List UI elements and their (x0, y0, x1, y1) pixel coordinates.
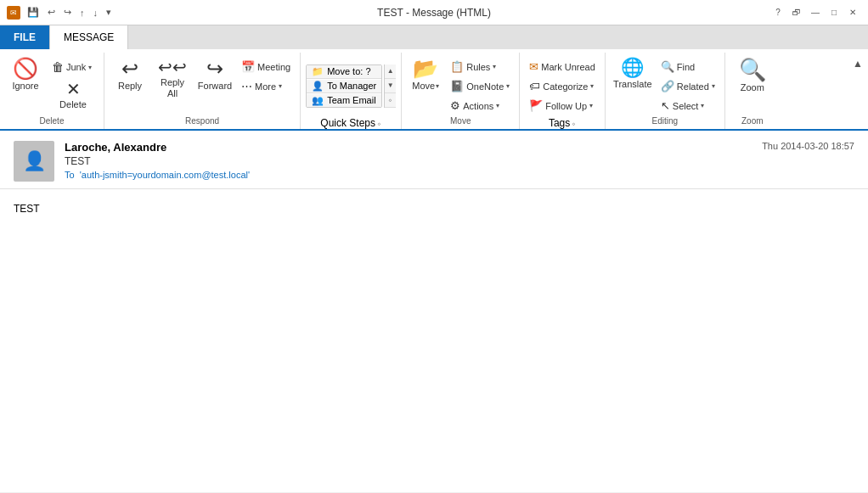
rules-button[interactable]: 📋 Rules ▾ (446, 58, 514, 76)
up-qs-button[interactable]: ↑ (76, 6, 88, 20)
actions-icon: ⚙ (450, 99, 460, 112)
translate-button[interactable]: 🌐 Translate (611, 54, 655, 114)
categorize-button[interactable]: 🏷 Categorize ▾ (525, 77, 600, 95)
ribbon-group-move: 📂 Move ▾ 📋 Rules ▾ 📓 OneNote ▾ (402, 53, 520, 129)
redo-qs-button[interactable]: ↪ (60, 5, 75, 20)
rules-caret-icon: ▾ (493, 63, 496, 70)
undo-qs-button[interactable]: ↩ (44, 5, 59, 20)
move-caret-icon: ▾ (436, 82, 439, 91)
find-icon: 🔍 (661, 60, 674, 73)
collapse-ribbon-button[interactable]: ▲ (848, 56, 868, 71)
customize-qs-button[interactable]: ▾ (103, 5, 115, 20)
zoom-group-content: 🔍 Zoom (730, 54, 775, 115)
qs-move-to[interactable]: 📁 Move to: ? (307, 65, 381, 79)
follow-up-caret-icon: ▾ (589, 102, 593, 109)
email-to-address[interactable]: 'auth-jsmith=yourdomain.com@test.local' (80, 170, 250, 180)
move-group-content: 📂 Move ▾ 📋 Rules ▾ 📓 OneNote ▾ (407, 54, 514, 115)
qs-manager-icon: 👤 (312, 81, 324, 92)
title-bar-left: ✉ 💾 ↩ ↪ ↑ ↓ ▾ (7, 5, 115, 20)
qs-scroll-up[interactable]: ▲ (385, 64, 396, 79)
tags-label-row: Tags ⬦ (525, 117, 600, 129)
editing-group-label: Editing (611, 115, 719, 129)
ribbon-group-editing: 🌐 Translate 🔍 Find 🔗 Related ▾ ↖ Select … (606, 53, 725, 129)
move-small-group: 📋 Rules ▾ 📓 OneNote ▾ ⚙ Actions ▾ (446, 54, 514, 115)
restore-button[interactable]: 🗗 (788, 5, 805, 20)
email-area: 👤 Thu 2014-03-20 18:57 Laroche, Alexandr… (0, 131, 868, 492)
actions-caret-icon: ▾ (496, 102, 499, 109)
email-to-line: To 'auth-jsmith=yourdomain.com@test.loca… (65, 170, 854, 180)
qs-scroll-down[interactable]: ▼ (385, 79, 396, 93)
meeting-button[interactable]: 📅 Meeting (237, 58, 295, 76)
forward-button[interactable]: ↪ Forward (194, 54, 235, 114)
down-qs-button[interactable]: ↓ (90, 6, 102, 20)
onenote-button[interactable]: 📓 OneNote ▾ (446, 77, 514, 95)
reply-icon: ↩ (121, 59, 138, 79)
email-sender: Laroche, Alexandre (65, 141, 854, 154)
respond-small-group: 📅 Meeting ⋯ More ▾ (237, 54, 295, 95)
help-button[interactable]: ? (769, 5, 786, 20)
quick-steps-expand-icon[interactable]: ⬦ (377, 120, 381, 127)
tab-message[interactable]: MESSAGE (50, 25, 128, 49)
rules-icon: 📋 (450, 60, 464, 73)
zoom-button[interactable]: 🔍 Zoom (730, 54, 775, 114)
email-body: TEST (0, 189, 868, 228)
qs-expand[interactable]: ⬦ (385, 93, 396, 108)
find-button[interactable]: 🔍 Find (657, 58, 719, 76)
respond-group-label: Respond (110, 115, 295, 129)
window-title: TEST - Message (HTML) (377, 7, 491, 19)
email-timestamp: Thu 2014-03-20 18:57 (762, 141, 854, 151)
quick-steps-group-label: Quick Steps (320, 117, 375, 129)
junk-button[interactable]: 🗑 Junk ▾ (48, 58, 99, 76)
email-to-label: To (65, 170, 75, 180)
qs-team-email[interactable]: 👥 Team Email (307, 94, 381, 107)
follow-up-button[interactable]: 🚩 Follow Up ▾ (525, 97, 600, 115)
more-respond-icon: ⋯ (241, 80, 252, 92)
email-meta: Thu 2014-03-20 18:57 Laroche, Alexandre … (65, 141, 854, 182)
onenote-caret-icon: ▾ (506, 82, 510, 90)
more-caret-icon: ▾ (279, 82, 282, 90)
quick-steps-list: 📁 Move to: ? 👤 To Manager 👥 Team Email (306, 64, 382, 108)
ribbon-group-delete: 🚫 Ignore 🗑 Junk ▾ ✕ Delete Delete (0, 53, 104, 129)
onenote-icon: 📓 (450, 80, 464, 92)
ignore-button[interactable]: 🚫 Ignore (5, 54, 46, 114)
junk-icon: 🗑 (52, 60, 64, 74)
actions-button[interactable]: ⚙ Actions ▾ (446, 97, 514, 115)
title-bar-right: ? 🗗 — □ ✕ (769, 5, 861, 20)
tab-file[interactable]: FILE (0, 25, 50, 49)
quick-steps-label-row: Quick Steps ⬦ (306, 117, 396, 129)
junk-caret-icon: ▾ (88, 64, 92, 71)
zoom-group-label: Zoom (730, 115, 775, 129)
reply-all-button[interactable]: ↩↩ Reply All (152, 54, 193, 114)
tags-expand-icon[interactable]: ⬦ (572, 120, 576, 127)
related-button[interactable]: 🔗 Related ▾ (657, 77, 719, 95)
forward-icon: ↪ (206, 59, 223, 79)
qs-to-manager[interactable]: 👤 To Manager (307, 80, 381, 93)
ribbon-group-zoom: 🔍 Zoom Zoom (725, 53, 780, 129)
reply-button[interactable]: ↩ Reply (110, 54, 150, 114)
app-icon: ✉ (7, 6, 20, 20)
maximize-button[interactable]: □ (826, 5, 843, 20)
minimize-button[interactable]: — (807, 5, 824, 20)
main-content: 👤 Thu 2014-03-20 18:57 Laroche, Alexandr… (0, 131, 868, 492)
zoom-icon: 🔍 (739, 59, 766, 81)
mark-unread-button[interactable]: ✉ Mark Unread (525, 58, 600, 76)
move-group-label: Move (407, 115, 514, 129)
related-icon: 🔗 (661, 80, 674, 92)
categorize-icon: 🏷 (529, 80, 540, 92)
delete-group-label: Delete (5, 115, 99, 129)
tags-group-content: ✉ Mark Unread 🏷 Categorize ▾ 🚩 Follow Up… (525, 54, 600, 117)
save-qs-button[interactable]: 💾 (24, 5, 42, 20)
select-button[interactable]: ↖ Select ▾ (657, 97, 719, 115)
more-respond-button[interactable]: ⋯ More ▾ (237, 77, 295, 95)
quick-access-toolbar: 💾 ↩ ↪ ↑ ↓ ▾ (24, 5, 115, 20)
follow-up-icon: 🚩 (529, 99, 543, 112)
ribbon-group-quick-steps: 📁 Move to: ? 👤 To Manager 👥 Team Email ▲… (301, 53, 402, 129)
related-caret-icon: ▾ (712, 82, 715, 90)
translate-icon: 🌐 (621, 59, 644, 77)
categorize-caret-icon: ▾ (590, 82, 594, 90)
close-button[interactable]: ✕ (844, 5, 861, 20)
delete-button[interactable]: ✕ Delete (48, 78, 99, 113)
select-icon: ↖ (661, 99, 670, 112)
move-button[interactable]: 📂 Move ▾ (407, 54, 444, 114)
delete-group-content: 🚫 Ignore 🗑 Junk ▾ ✕ Delete (5, 54, 99, 115)
